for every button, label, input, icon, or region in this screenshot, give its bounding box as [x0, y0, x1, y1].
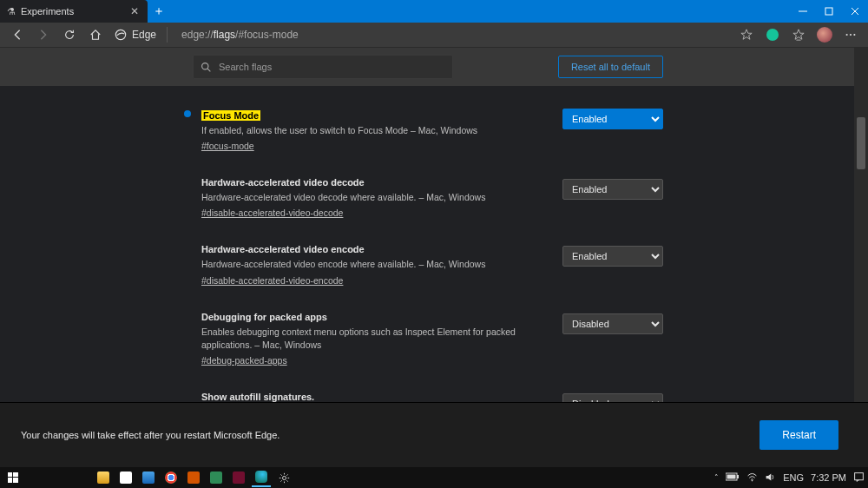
svg-rect-8 — [8, 478, 12, 483]
flag-row: Debugging for packed appsEnables debuggi… — [184, 303, 663, 383]
tray-chevron-up-icon[interactable]: ˄ — [714, 473, 719, 482]
taskbar-app-generic-1[interactable] — [184, 468, 203, 487]
home-button[interactable] — [83, 23, 108, 47]
toolbar: Edge edge://flags/#focus-mode — [0, 23, 868, 48]
svg-rect-16 — [737, 475, 739, 478]
flag-description: Hardware-accelerated video encode where … — [201, 258, 552, 271]
search-input[interactable] — [219, 62, 445, 72]
scroll-thumb[interactable] — [857, 117, 865, 169]
edge-icon — [115, 29, 127, 41]
flag-row: Focus ModeIf enabled, allows the user to… — [184, 98, 663, 168]
search-icon — [201, 62, 212, 73]
favorites-list-button[interactable] — [786, 23, 811, 47]
restart-button[interactable]: Restart — [760, 420, 838, 450]
profile-avatar[interactable] — [812, 23, 837, 47]
svg-rect-0 — [825, 8, 832, 15]
relaunch-message: Your changes will take effect after you … — [21, 430, 279, 440]
svg-point-3 — [850, 34, 852, 36]
flag-name: Focus Mode — [201, 110, 260, 121]
browser-tab[interactable]: ⚗ Experiments ✕ — [0, 0, 148, 23]
titlebar: ⚗ Experiments ✕ ＋ — [0, 0, 868, 23]
svg-point-10 — [29, 471, 39, 481]
start-button[interactable] — [3, 468, 23, 487]
flag-hash-link[interactable]: #disable-accelerated-video-decode — [201, 208, 343, 218]
search-flags-box[interactable] — [193, 55, 453, 79]
task-view-button[interactable] — [71, 468, 90, 487]
flag-state-select[interactable]: DefaultEnabledDisabled — [562, 313, 663, 334]
svg-point-5 — [202, 63, 208, 69]
svg-point-2 — [846, 34, 848, 36]
favorite-star-button[interactable] — [734, 23, 759, 47]
flag-row: Hardware-accelerated video encodeHardwar… — [184, 235, 663, 302]
taskbar-app-chrome[interactable] — [161, 468, 181, 487]
flag-name: Hardware-accelerated video encode — [201, 244, 552, 254]
flag-description: If enabled, allows the user to switch to… — [201, 124, 552, 137]
taskbar-app-mail[interactable] — [139, 468, 158, 487]
taskbar-app-generic-3[interactable] — [229, 468, 248, 487]
svg-rect-17 — [727, 475, 736, 479]
tab-close-button[interactable]: ✕ — [130, 5, 139, 17]
svg-rect-12 — [72, 473, 79, 483]
flag-state-select[interactable]: DefaultEnabledDisabled — [562, 109, 663, 129]
flag-hash-link[interactable]: #disable-accelerated-video-encode — [201, 275, 343, 286]
svg-rect-19 — [855, 472, 864, 479]
svg-point-14 — [282, 476, 286, 479]
svg-point-4 — [853, 34, 855, 36]
address-bar[interactable]: edge://flags/#focus-mode — [178, 24, 727, 45]
tray-language[interactable]: ENG — [783, 472, 804, 483]
flag-name: Debugging for packed apps — [201, 312, 552, 322]
svg-rect-7 — [13, 472, 18, 477]
flag-hash-link[interactable]: #focus-mode — [201, 141, 254, 151]
flag-hash-link[interactable]: #debug-packed-apps — [201, 355, 287, 366]
svg-point-18 — [752, 479, 753, 481]
app-identity: Edge — [115, 27, 173, 43]
tray-volume-icon[interactable] — [765, 472, 776, 485]
flask-icon: ⚗ — [7, 6, 16, 17]
windows-taskbar: ˄ ENG 7:32 PM — [0, 467, 868, 488]
minimize-button[interactable] — [790, 0, 816, 23]
tray-wifi-icon[interactable] — [746, 472, 758, 485]
flag-row: Hardware-accelerated video decodeHardwar… — [184, 168, 663, 235]
modified-indicator-dot — [184, 110, 191, 117]
new-tab-button[interactable]: ＋ — [148, 0, 170, 23]
taskbar-search-button[interactable] — [26, 468, 45, 487]
relaunch-bar: Your changes will take effect after you … — [0, 403, 868, 467]
taskbar-app-store[interactable] — [116, 468, 135, 487]
tab-title: Experiments — [21, 6, 125, 16]
taskbar-app-settings[interactable] — [274, 468, 293, 487]
extension-grammarly[interactable] — [760, 23, 785, 47]
back-button[interactable] — [5, 23, 30, 47]
flag-state-select[interactable]: DefaultEnabledDisabled — [562, 246, 663, 267]
app-name-label: Edge — [132, 29, 156, 41]
taskbar-app-edge[interactable] — [252, 468, 271, 487]
more-menu-button[interactable] — [838, 23, 863, 47]
svg-rect-6 — [8, 472, 12, 477]
flag-description: Hardware-accelerated video decode where … — [201, 191, 552, 204]
tray-battery-icon[interactable] — [726, 472, 740, 483]
refresh-button[interactable] — [57, 23, 82, 47]
flag-state-select[interactable]: DefaultEnabledDisabled — [562, 179, 663, 200]
svg-rect-9 — [13, 478, 18, 483]
svg-point-11 — [51, 471, 64, 484]
flag-name: Show autofill signatures. — [201, 392, 552, 402]
forward-button[interactable] — [31, 23, 56, 47]
taskbar-app-explorer[interactable] — [94, 468, 113, 487]
flag-name: Hardware-accelerated video decode — [201, 177, 552, 188]
tray-notifications-icon[interactable] — [853, 472, 865, 485]
maximize-button[interactable] — [816, 0, 842, 23]
svg-rect-13 — [82, 473, 89, 483]
close-window-button[interactable] — [842, 0, 868, 23]
tray-clock[interactable]: 7:32 PM — [811, 472, 846, 483]
reset-all-button[interactable]: Reset all to default — [558, 56, 663, 78]
flag-description: Enables debugging context menu options s… — [201, 326, 552, 352]
cortana-button[interactable] — [49, 468, 68, 487]
taskbar-app-generic-2[interactable] — [207, 468, 226, 487]
